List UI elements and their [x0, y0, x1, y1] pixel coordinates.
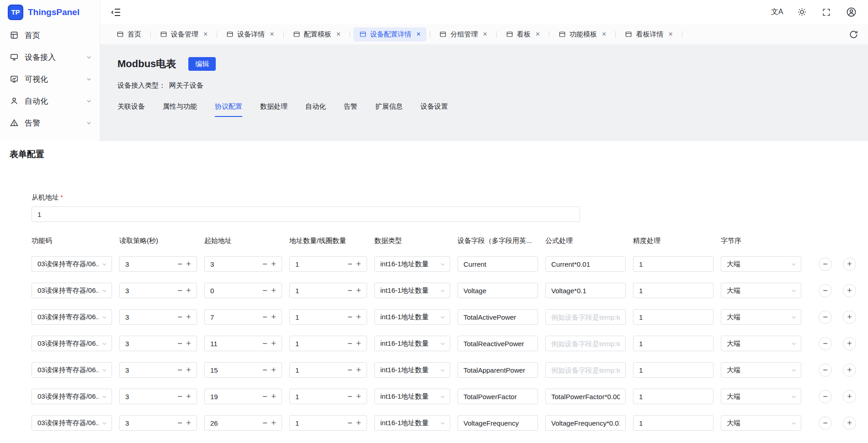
data-type-select[interactable]: int16-1地址数量: [374, 309, 450, 325]
function-code-select[interactable]: 03读保持寄存器/06...: [32, 256, 112, 272]
decrement-icon[interactable]: −: [346, 286, 354, 295]
remove-row-button[interactable]: −: [819, 390, 832, 403]
address-count-input[interactable]: − +: [289, 389, 367, 404]
byte-order-select[interactable]: 大端: [721, 362, 801, 378]
data-type-select[interactable]: int16-1地址数量: [374, 283, 450, 298]
add-row-button[interactable]: +: [843, 258, 856, 271]
start-address-input[interactable]: − +: [204, 415, 282, 431]
sidebar-item-device-access[interactable]: 设备接入: [0, 46, 100, 68]
device-nav-tab-7[interactable]: 设备设置: [421, 102, 448, 117]
decrement-icon[interactable]: −: [346, 419, 354, 427]
decrement-icon[interactable]: −: [346, 313, 354, 321]
device-nav-tab-5[interactable]: 告警: [344, 102, 357, 117]
start-address-input[interactable]: − +: [204, 309, 282, 325]
increment-icon[interactable]: +: [184, 419, 193, 427]
add-row-button[interactable]: +: [843, 337, 856, 350]
formula-input[interactable]: [545, 415, 626, 431]
read-strategy-value[interactable]: [120, 419, 176, 427]
decrement-icon[interactable]: −: [261, 366, 269, 374]
sidebar-item-visualization[interactable]: 可视化: [0, 68, 100, 90]
formula-input[interactable]: [545, 336, 626, 351]
address-count-input[interactable]: − +: [289, 362, 367, 378]
brand-logo[interactable]: TP ThingsPanel: [0, 0, 100, 24]
tab-close-icon[interactable]: ×: [336, 31, 341, 38]
address-count-value[interactable]: [290, 340, 346, 348]
sidebar-item-home[interactable]: 首页: [0, 24, 100, 46]
read-strategy-value[interactable]: [120, 313, 176, 321]
remove-row-button[interactable]: −: [819, 364, 832, 377]
formula-input[interactable]: [545, 256, 626, 272]
data-type-select[interactable]: int16-1地址数量: [374, 389, 450, 404]
address-count-value[interactable]: [290, 393, 346, 401]
byte-order-select[interactable]: 大端: [721, 336, 801, 351]
increment-icon[interactable]: +: [354, 260, 363, 268]
device-field-input[interactable]: [458, 389, 538, 404]
decrement-icon[interactable]: −: [346, 366, 354, 374]
start-address-input[interactable]: − +: [204, 256, 282, 272]
tab-close-icon[interactable]: ×: [483, 31, 487, 38]
tab-close-icon[interactable]: ×: [602, 31, 606, 38]
add-row-button[interactable]: +: [843, 284, 856, 297]
read-strategy-value[interactable]: [120, 260, 176, 268]
tab-function-template[interactable]: 功能模板 ×: [553, 27, 612, 42]
increment-icon[interactable]: +: [354, 419, 363, 427]
function-code-select[interactable]: 03读保持寄存器/06...: [32, 415, 112, 431]
decrement-icon[interactable]: −: [176, 366, 184, 374]
decrement-icon[interactable]: −: [346, 260, 354, 268]
decrement-icon[interactable]: −: [261, 313, 269, 321]
formula-input[interactable]: [545, 389, 626, 404]
data-type-select[interactable]: int16-1地址数量: [374, 336, 450, 351]
address-count-value[interactable]: [290, 313, 346, 321]
remove-row-button[interactable]: −: [819, 337, 832, 350]
start-address-input[interactable]: − +: [204, 362, 282, 378]
precision-input[interactable]: [633, 283, 714, 298]
sidebar-item-automation[interactable]: 自动化: [0, 90, 100, 112]
byte-order-select[interactable]: 大端: [721, 256, 801, 272]
decrement-icon[interactable]: −: [261, 392, 269, 401]
precision-input[interactable]: [633, 415, 714, 431]
function-code-select[interactable]: 03读保持寄存器/06...: [32, 389, 112, 404]
increment-icon[interactable]: +: [354, 366, 363, 374]
refresh-icon[interactable]: [848, 29, 859, 40]
address-count-input[interactable]: − +: [289, 415, 367, 431]
start-address-input[interactable]: − +: [204, 336, 282, 351]
start-address-input[interactable]: − +: [204, 283, 282, 298]
decrement-icon[interactable]: −: [176, 419, 184, 427]
increment-icon[interactable]: +: [269, 392, 278, 401]
increment-icon[interactable]: +: [269, 419, 278, 427]
precision-input[interactable]: [633, 309, 714, 325]
sidebar-item-alarm[interactable]: 告警: [0, 112, 100, 134]
read-strategy-input[interactable]: − +: [119, 256, 197, 272]
tab-group-management[interactable]: 分组管理 ×: [433, 27, 493, 42]
address-count-value[interactable]: [290, 260, 346, 268]
increment-icon[interactable]: +: [269, 286, 278, 295]
tab-close-icon[interactable]: ×: [416, 31, 421, 38]
tab-close-icon[interactable]: ×: [668, 31, 672, 38]
decrement-icon[interactable]: −: [176, 339, 184, 348]
formula-input[interactable]: [545, 362, 626, 378]
data-type-select[interactable]: int16-1地址数量: [374, 362, 450, 378]
address-count-value[interactable]: [290, 287, 346, 295]
tab-device-config-detail[interactable]: 设备配置详情 ×: [353, 27, 426, 42]
increment-icon[interactable]: +: [184, 286, 193, 295]
increment-icon[interactable]: +: [184, 339, 193, 348]
address-count-input[interactable]: − +: [289, 336, 367, 351]
decrement-icon[interactable]: −: [176, 286, 184, 295]
start-address-value[interactable]: [205, 366, 261, 374]
address-count-input[interactable]: − +: [289, 283, 367, 298]
increment-icon[interactable]: +: [184, 313, 193, 321]
remove-row-button[interactable]: −: [819, 311, 832, 324]
add-row-button[interactable]: +: [843, 417, 856, 430]
increment-icon[interactable]: +: [354, 313, 363, 321]
theme-icon[interactable]: [796, 6, 808, 18]
device-field-input[interactable]: [458, 362, 538, 378]
decrement-icon[interactable]: −: [346, 339, 354, 348]
tab-close-icon[interactable]: ×: [536, 31, 540, 38]
read-strategy-input[interactable]: − +: [119, 309, 197, 325]
read-strategy-value[interactable]: [120, 340, 176, 348]
device-nav-tab-1[interactable]: 属性与功能: [163, 102, 197, 117]
increment-icon[interactable]: +: [354, 392, 363, 401]
formula-input[interactable]: [545, 283, 626, 298]
increment-icon[interactable]: +: [354, 286, 363, 295]
function-code-select[interactable]: 03读保持寄存器/06...: [32, 309, 112, 325]
